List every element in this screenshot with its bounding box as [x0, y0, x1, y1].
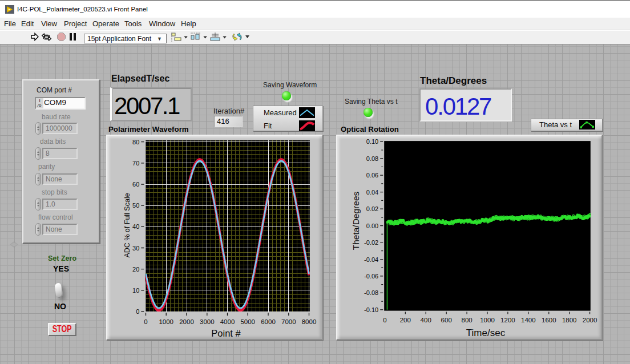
svg-text:2000: 2000: [179, 318, 194, 325]
svg-text:-0.06: -0.06: [364, 273, 378, 280]
svg-text:0.10: 0.10: [366, 138, 378, 145]
svg-text:30: 30: [132, 245, 139, 252]
svg-text:80: 80: [132, 139, 139, 145]
svg-text:0: 0: [144, 318, 147, 325]
svg-text:600: 600: [441, 317, 452, 323]
svg-text:2000: 2000: [583, 317, 597, 323]
svg-text:4000: 4000: [220, 318, 235, 325]
svg-text:50: 50: [132, 202, 139, 209]
svg-text:1000: 1000: [159, 318, 173, 325]
svg-text:200: 200: [400, 317, 411, 323]
svg-text:8000: 8000: [302, 318, 317, 325]
svg-text:400: 400: [421, 317, 431, 323]
svg-text:0: 0: [383, 317, 386, 323]
svg-text:0: 0: [136, 308, 139, 315]
svg-text:1400: 1400: [521, 317, 536, 323]
svg-text:Point #: Point #: [211, 328, 241, 338]
svg-text:0.08: 0.08: [366, 155, 378, 162]
svg-text:3000: 3000: [200, 318, 215, 325]
svg-text:-0.04: -0.04: [364, 256, 378, 263]
svg-text:-0.10: -0.10: [364, 306, 378, 313]
svg-text:20: 20: [132, 266, 139, 273]
svg-text:7000: 7000: [281, 318, 296, 325]
svg-text:5000: 5000: [240, 318, 255, 325]
svg-text:1200: 1200: [500, 317, 515, 323]
svg-text:0.02: 0.02: [366, 205, 378, 212]
svg-text:1000: 1000: [480, 317, 495, 323]
svg-text:0.00: 0.00: [366, 223, 378, 229]
svg-text:40: 40: [132, 223, 139, 230]
svg-text:70: 70: [132, 160, 139, 167]
svg-text:Theta/Degrees: Theta/Degrees: [351, 191, 361, 250]
svg-text:800: 800: [462, 317, 472, 323]
svg-text:1600: 1600: [542, 317, 556, 323]
svg-text:-0.02: -0.02: [364, 239, 378, 246]
svg-text:1800: 1800: [562, 317, 577, 323]
svg-text:0.04: 0.04: [366, 189, 378, 196]
svg-text:60: 60: [132, 181, 139, 188]
svg-text:ADC % of Full Scale: ADC % of Full Scale: [123, 193, 131, 257]
svg-text:10: 10: [132, 287, 139, 294]
svg-text:0.06: 0.06: [366, 172, 378, 179]
svg-text:6000: 6000: [261, 318, 276, 325]
svg-text:Time/sec: Time/sec: [466, 327, 506, 338]
svg-text:-0.08: -0.08: [364, 289, 378, 296]
